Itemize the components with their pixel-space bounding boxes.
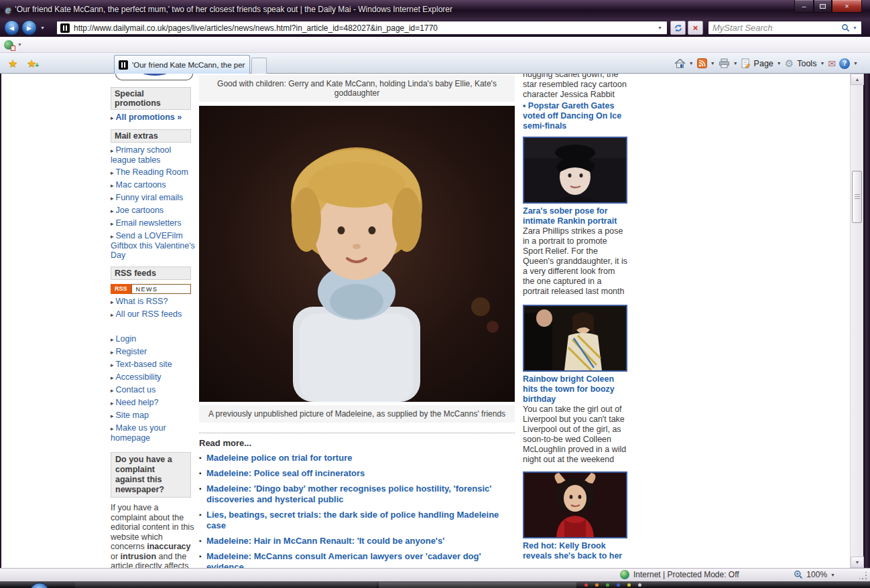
sidebar-link[interactable]: ▸Primary school league tables (111, 145, 196, 165)
zara-photo[interactable] (523, 137, 627, 204)
sidebar-link[interactable]: ▸The Reading Room (111, 167, 196, 177)
zara-title[interactable]: Zara's sober pose for intimate Rankin po… (523, 206, 628, 226)
help-button[interactable]: ? (839, 58, 850, 69)
scroll-up-button[interactable]: ▲ (851, 74, 864, 85)
link-bullet-icon: ▸ (111, 182, 114, 189)
refresh-button[interactable] (670, 21, 686, 35)
home-dropdown[interactable]: ▼ (689, 61, 694, 66)
link-bullet-icon: ▸ (111, 374, 114, 381)
square-bullet-icon: ▪ (199, 484, 202, 494)
read-more-link[interactable]: ▪Lies, beatings, secret trials: the dark… (199, 510, 515, 531)
read-more-link[interactable]: ▪Madeleine police on trial for torture (199, 453, 515, 463)
coleen-title[interactable]: Rainbow bright Coleen hits the town for … (523, 374, 628, 405)
help-dropdown[interactable]: ▼ (853, 61, 858, 66)
scroll-down-button[interactable]: ▼ (851, 557, 864, 568)
left-sidebar: Special promotions ▸All promotions » Mai… (111, 74, 196, 568)
minimize-icon: – (802, 2, 806, 10)
maximize-icon (820, 4, 826, 9)
taskbar-button[interactable] (75, 582, 377, 588)
sidebar-link[interactable]: ▸Send a LOVEFilm Giftbox this Valentine'… (111, 231, 196, 260)
sidebar-link[interactable]: ▸Funny viral emails (111, 193, 196, 203)
sidebar-search-widget-clipped[interactable] (115, 74, 193, 80)
page-dropdown[interactable]: ▼ (777, 61, 782, 66)
read-more-link[interactable]: ▪Madeleine: Police seal off incinerators (199, 468, 515, 479)
back-button[interactable]: ◀ (4, 20, 19, 35)
tray-icon[interactable] (627, 583, 631, 587)
sidebar-link[interactable]: ▸Mac cartoons (111, 180, 196, 190)
sidebar-link[interactable]: ▸Text-based site (111, 360, 196, 370)
sidebar-link[interactable]: ▸Need help? (111, 398, 196, 408)
page-menu-button[interactable]: Page (754, 59, 773, 68)
rss-badge-icon: RSS (111, 284, 131, 294)
rss-news-badge[interactable]: RSS NEWS (111, 284, 191, 294)
sidebar-link[interactable]: ▸Login (111, 334, 196, 344)
stop-button[interactable]: × (688, 21, 703, 35)
search-icon[interactable] (841, 23, 850, 32)
zoom-dropdown[interactable]: ▼ (830, 573, 835, 577)
scrollbar-thumb[interactable] (852, 171, 862, 223)
favorites-center-button[interactable]: ★ (8, 57, 17, 70)
close-button[interactable]: × (832, 0, 862, 13)
home-icon[interactable] (674, 58, 686, 68)
tools-menu-button[interactable]: Tools (797, 59, 816, 68)
tray-icon[interactable] (606, 583, 609, 587)
minimize-button[interactable]: – (794, 0, 814, 13)
window-border-left (0, 74, 1, 568)
maximize-button[interactable] (814, 0, 832, 13)
read-more-link[interactable]: ▪Madeleine: 'Dingo baby' mother recognis… (199, 484, 515, 505)
forward-button[interactable]: ▶ (21, 20, 37, 35)
tabs-bar: ★ ★ + 'Our friend Kate McCann, the perfe… (0, 53, 870, 74)
read-more-link[interactable]: ▪Madeleine: Hair in McCann Renault: 'It … (199, 536, 515, 546)
new-tab-button[interactable] (251, 58, 267, 74)
kelly-photo[interactable] (523, 471, 627, 538)
url-text[interactable]: http://www.dailymail.co.uk/pages/live/ar… (74, 23, 656, 33)
link-bullet-icon: ▸ (111, 208, 114, 214)
tools-dropdown[interactable]: ▼ (820, 61, 824, 66)
sidebar-link[interactable]: ▸Accessibility (111, 372, 196, 382)
start-button[interactable] (29, 583, 50, 588)
vertical-scrollbar[interactable]: ▲ ▼ (850, 74, 863, 568)
sidebar-link[interactable]: ▸Site map (111, 411, 196, 421)
read-more-link[interactable]: ▪Madeleine: McCanns consult American law… (199, 551, 515, 568)
rss-feeds-icon[interactable] (697, 58, 707, 68)
command-bar: ▼ ▼ ▼ Page ▼ ⚙ (674, 53, 858, 74)
coleen-photo[interactable] (523, 305, 627, 372)
mail-icon[interactable]: ✉ (828, 58, 836, 69)
tray-icon[interactable] (584, 583, 588, 587)
print-dropdown[interactable]: ▼ (733, 61, 738, 66)
tray-icon[interactable] (595, 583, 599, 587)
sidebar-link[interactable]: ▸Joe cartoons (111, 206, 196, 216)
sidebar-link[interactable]: ▸Contact us (111, 385, 196, 395)
pdf-converter-icon[interactable] (4, 40, 13, 50)
tray-icon[interactable] (617, 583, 620, 587)
taskbar (0, 581, 870, 588)
print-icon[interactable] (719, 58, 730, 68)
sidebar-link[interactable]: ▸All our RSS feeds (111, 309, 196, 319)
extension-dropdown[interactable]: ▼ (17, 42, 22, 47)
search-input[interactable]: MyStart Search (712, 23, 841, 33)
sidebar-link[interactable]: ▸Make us your homepage (111, 423, 196, 443)
zoom-control[interactable]: 100% ▼ (794, 570, 835, 579)
all-promotions-link[interactable]: ▸All promotions » (111, 113, 196, 123)
resize-grip[interactable] (859, 572, 867, 580)
kelly-title[interactable]: Red hot: Kelly Brook reveals she's back … (523, 541, 628, 561)
address-bar[interactable]: http://www.dailymail.co.uk/pages/live/ar… (56, 21, 668, 35)
sidebar-link[interactable]: ▸What is RSS? (111, 297, 196, 307)
tab-active[interactable]: 'Our friend Kate McCann, the perfect mum… (114, 55, 250, 74)
sidebar-link[interactable]: ▸Email newsletters (111, 218, 196, 228)
search-box[interactable]: MyStart Search ▼ (708, 21, 862, 35)
search-dropdown[interactable]: ▼ (853, 25, 857, 30)
tray-icon[interactable] (638, 583, 641, 587)
rail-gareth-link[interactable]: • Popstar Gareth Gates voted off Dancing… (523, 101, 628, 131)
history-dropdown[interactable]: ▼ (40, 25, 45, 30)
sidebar-link[interactable]: ▸Register (111, 347, 196, 357)
status-bar: Internet | Protected Mode: Off 100% ▼ (0, 568, 870, 581)
taskbar-button[interactable] (379, 582, 576, 588)
rss-dropdown[interactable]: ▼ (710, 61, 715, 66)
tab-favicon (119, 60, 128, 70)
extension-toolbar: ▼ (0, 37, 870, 53)
address-dropdown[interactable]: ▼ (656, 25, 664, 30)
article-column: Good with children: Gerry and Kate McCan… (199, 75, 515, 568)
zone-text: Internet | Protected Mode: Off (633, 570, 739, 579)
page-content: Special promotions ▸All promotions » Mai… (0, 74, 863, 568)
